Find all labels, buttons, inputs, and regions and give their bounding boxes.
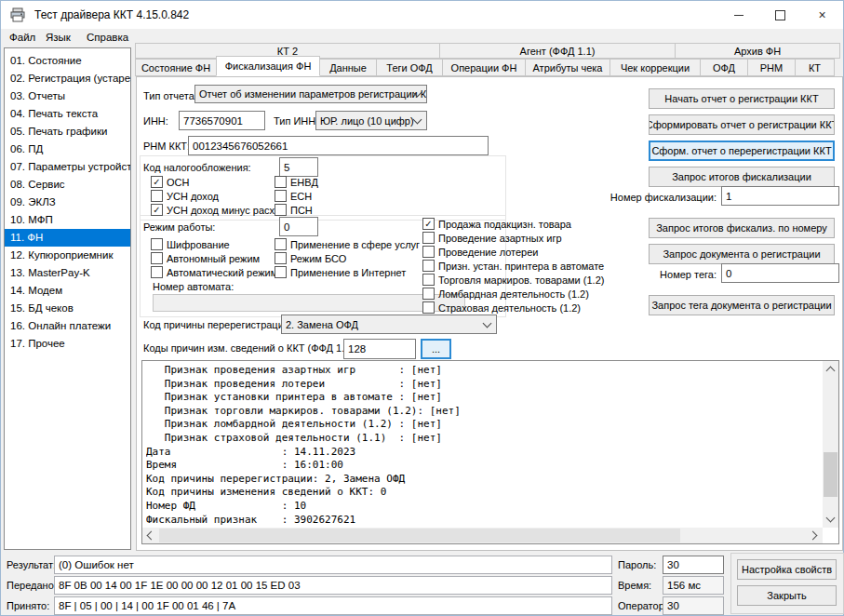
sidebar-item-sostoyanie[interactable]: 01. Состояние [5,52,130,70]
sent-label: Передано: [7,580,57,591]
horizontal-scrollbar[interactable] [142,528,823,543]
operator-field[interactable]: 30 [663,596,724,615]
sidebar-item-pechat-teksta[interactable]: 04. Печать текста [5,105,130,123]
checkbox-label: УСН доход минус расход [167,205,286,216]
change-codes-browse-button[interactable]: ... [421,339,451,359]
tab-ofd[interactable]: ОФД [700,59,748,76]
sidebar-item-parametry-ustroystva[interactable]: 07. Параметры устройства [5,158,130,176]
sidebar-item-bd-chekov[interactable]: 15. БД чеков [5,300,130,317]
settings-button[interactable]: Настройка свойств [737,559,837,580]
sidebar-item-pechat-grafiki[interactable]: 05. Печать графики [5,123,130,141]
change-codes-field[interactable]: 128 [343,339,416,359]
log-line: Признак торговли маркиров. товарами (1.2… [146,405,820,419]
rereg-reason-select[interactable]: 2. Замена ОФД [281,315,497,334]
checkbox-rezhim-bso[interactable]: Режим БСО [275,252,346,264]
tab-kt[interactable]: КТ [795,59,835,76]
checkbox-avtonomny-rezhim[interactable]: Автономный режим [151,252,260,264]
sidebar-item-servis[interactable]: 08. Сервис [5,176,130,194]
tab-dannye[interactable]: Данные [319,59,377,76]
checkbox-label: ОСН [167,177,189,188]
checkbox-envd[interactable]: ЕНВД [275,176,318,188]
maximize-button[interactable] [759,1,801,29]
checkbox-gambling[interactable]: Проведение азартных игр [422,232,562,244]
rnm-field[interactable]: 0012345676052661 [188,136,489,155]
password-field[interactable]: 30 [663,556,724,574]
tab-tegi-ofd[interactable]: Теги ОФД [376,59,443,76]
scrollbar-thumb[interactable] [159,529,680,542]
minimize-icon [734,15,744,16]
checkbox-esn[interactable]: ЕСН [275,190,312,202]
menu-file[interactable]: Файл [5,29,40,46]
vertical-scrollbar[interactable] [823,361,838,528]
inn-type-select[interactable]: ЮР. лицо (10 цифр) [315,111,427,130]
tab-chek-korrekcii[interactable]: Чек коррекции [610,59,701,76]
checkbox-printer-in-automat[interactable]: Призн. устан. принтера в автомате [422,260,604,272]
sent-field[interactable]: 8F 0B 00 14 00 1F 1E 00 00 00 12 01 00 1… [54,576,612,595]
checkbox-usn-dohod[interactable]: УСН доход [151,190,219,202]
tab-agent[interactable]: Агент (ФФД 1.1) [439,43,676,59]
tax-code-label: Код налогообложения: [143,162,251,173]
menu-language[interactable]: Язык [41,29,75,46]
close-button[interactable]: × [801,1,843,29]
tax-code-field[interactable]: 5 [279,157,318,177]
checkbox-primenenie-v-sfere-uslug[interactable]: Применение в сфере услуг [275,238,420,250]
checkbox-sale-excise[interactable]: ✓ Продажа подакцизн. товара [422,218,571,230]
checkbox-lottery[interactable]: Проведение лотереи [422,246,539,258]
received-field[interactable]: 8F | 05 | 00 | 14 | 00 1F 00 01 46 | 7A [54,596,612,615]
form-reg-report-button[interactable]: Сформировать отчет о регистрации ККТ [649,114,835,135]
tab-atributy-cheka[interactable]: Атрибуты чека [525,59,610,76]
sidebar-item-masterpay[interactable]: 13. MasterPay-K [5,264,130,282]
checkbox-box [151,252,163,264]
checkbox-osn[interactable]: ✓ ОСН [151,176,189,188]
inn-field[interactable]: 7736570901 [179,111,265,130]
fisc-number-field[interactable]: 1 [721,186,839,206]
tab-sostoyanie-fn[interactable]: Состояние ФН [135,59,217,76]
sidebar-item-otchety[interactable]: 03. Отчеты [5,87,130,105]
menu-help[interactable]: Справка [82,29,133,46]
automat-number-field[interactable] [153,294,465,312]
sidebar-item-kupyuropriemnik[interactable]: 12. Купюроприемник [5,247,130,264]
result-field[interactable]: (0) Ошибок нет [54,556,612,574]
request-fisc-results-button[interactable]: Запрос итогов фискализации [649,167,835,187]
log-line: Дата : 14.11.2023 [146,446,820,460]
time-field[interactable]: 156 мс [663,576,724,595]
sidebar-item-modem[interactable]: 14. Модем [5,282,130,300]
section-list: 01. Состояние 02. Регистрация (устаревш.… [4,47,131,550]
sidebar-item-registraciya[interactable]: 02. Регистрация (устаревш.) [5,70,130,87]
log-line: Номер ФД : 10 [146,500,820,514]
form-rereg-report-button[interactable]: Сформ. отчет о перерегистрации ККТ [649,141,835,161]
checkbox-label: Автономный режим [167,253,260,264]
sidebar-item-eklz[interactable]: 09. ЭКЛЗ [5,194,130,211]
log-output[interactable]: Признак проведения азартных игр : [нет] … [141,360,839,544]
request-fisc-by-number-button[interactable]: Запрос итогов фискализ. по номеру [649,218,835,238]
checkbox-box [275,252,287,264]
checkbox-avtomaticheskiy-rezhim[interactable]: Автоматический режим [151,266,277,278]
minimize-button[interactable] [717,1,759,29]
checkbox-insurance[interactable]: Страховая деятельность (1.2) [422,301,581,314]
close-dialog-button[interactable]: Закрыть [737,585,837,606]
request-reg-tag-button[interactable]: Запрос тега документа о регистрации [649,295,835,315]
sidebar-item-onlayn-platezhi[interactable]: 16. Онлайн платежи [5,317,130,335]
sidebar-item-pd[interactable]: 06. ПД [5,141,130,158]
checkbox-box [422,288,435,300]
checkbox-usn-dohod-minus-rashod[interactable]: ✓ УСН доход минус расход [151,204,286,216]
tab-operacii-fn[interactable]: Операции ФН [442,59,526,76]
report-type-select[interactable]: Отчет об изменении параметров регистраци… [194,85,427,103]
checkbox-pawnshop[interactable]: Ломбардная деятельность (1.2) [422,288,589,300]
request-reg-document-button[interactable]: Запрос документа о регистрации [649,244,835,264]
work-mode-field[interactable]: 0 [279,217,318,236]
sidebar-item-mfp[interactable]: 10. МФП [5,211,130,229]
checkbox-shifrovanie[interactable]: Шифрование [151,238,230,250]
sidebar-item-fn[interactable]: 11. ФН [5,229,130,247]
tab-rnm[interactable]: РНМ [747,59,796,76]
log-line: Код причины перерегистрации: 2, Замена О… [146,473,820,487]
scrollbar-thumb[interactable] [824,452,837,497]
sidebar-item-prochee[interactable]: 17. Прочее [5,335,130,353]
tag-number-field[interactable]: 0 [721,263,839,283]
tab-arhiv-fn[interactable]: Архив ФН [675,43,840,59]
checkbox-psn[interactable]: ПСН [275,204,313,216]
tab-fiskalizaciya-fn[interactable]: Фискализация ФН [216,56,320,76]
start-reg-report-button[interactable]: Начать отчет о регистрации ККТ [649,88,835,109]
checkbox-marked-goods[interactable]: Торговля маркиров. товарами (1.2) [422,274,604,286]
checkbox-primenenie-v-internet[interactable]: Применение в Интернет [275,266,406,278]
